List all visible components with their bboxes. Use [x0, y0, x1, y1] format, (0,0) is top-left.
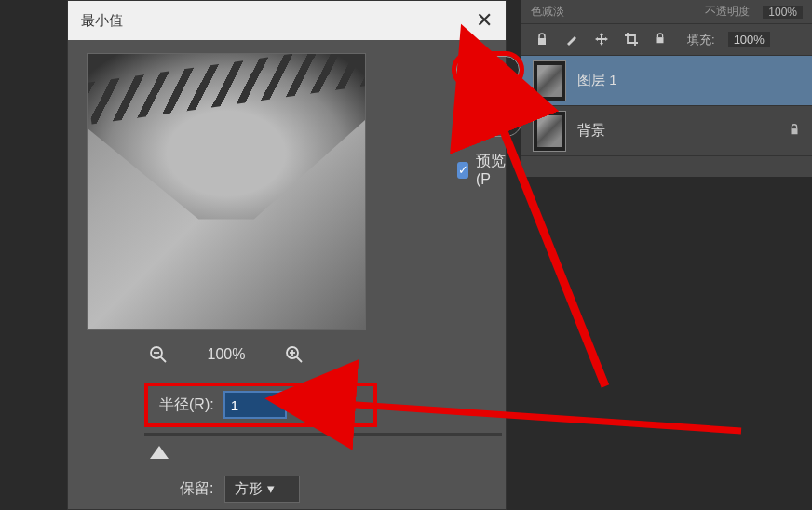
layer-name[interactable]: 图层 1 — [577, 72, 801, 89]
zoom-controls: 100% — [87, 338, 366, 371]
lock-icon[interactable] — [535, 32, 551, 48]
preview-image — [88, 54, 365, 329]
layers-toolbar: 填充: 100% — [521, 24, 812, 56]
blend-opacity-row: 色减淡 不透明度 100% — [521, 0, 812, 24]
lock-all-icon[interactable] — [654, 32, 670, 48]
layer-name[interactable]: 背景 — [577, 122, 777, 140]
filter-preview[interactable] — [87, 53, 366, 330]
svg-rect-1 — [657, 37, 664, 43]
checkbox-checked-icon[interactable]: ✓ — [457, 162, 468, 179]
layers-panel: 色减淡 不透明度 100% 填充: 100% 图层 1 背景 — [521, 0, 812, 177]
ok-button[interactable]: 确定 — [452, 51, 524, 88]
fill-value[interactable]: 100% — [728, 32, 770, 47]
move-icon[interactable] — [594, 32, 611, 48]
preserve-label: 保留: — [180, 479, 213, 499]
svg-rect-2 — [792, 128, 798, 134]
fill-label: 填充: — [687, 32, 715, 48]
svg-line-9 — [297, 357, 303, 363]
radius-unit: 像素 — [296, 396, 326, 415]
preserve-select[interactable]: 方形 ▾ — [224, 476, 299, 503]
zoom-in-icon[interactable] — [282, 342, 306, 367]
brush-icon[interactable] — [564, 32, 581, 48]
svg-rect-0 — [538, 38, 546, 45]
minimum-filter-dialog: 最小值 ✕ 100% 半径(R): 像素 保留: 方形 ▾ 确定 取消 ✓ 预览… — [67, 0, 507, 510]
close-icon[interactable]: ✕ — [476, 8, 493, 33]
chevron-down-icon: ▾ — [267, 480, 275, 496]
radius-slider-track[interactable] — [144, 433, 502, 436]
svg-line-5 — [161, 357, 167, 363]
layer-row[interactable]: 图层 1 — [521, 56, 812, 106]
layer-thumbnail — [533, 111, 566, 152]
preview-checkbox-label: 预览(P — [476, 152, 506, 188]
crop-icon[interactable] — [624, 32, 641, 48]
zoom-out-icon[interactable] — [146, 342, 170, 367]
cancel-button[interactable]: 取消 — [455, 103, 522, 137]
radius-field-group: 半径(R): 像素 — [144, 382, 377, 427]
layer-thumbnail — [533, 60, 566, 101]
opacity-value[interactable]: 100% — [763, 6, 803, 19]
radius-label: 半径(R): — [159, 396, 214, 415]
radius-input[interactable] — [223, 391, 287, 419]
opacity-label: 不透明度 — [705, 4, 750, 20]
lock-icon — [788, 123, 801, 139]
zoom-level: 100% — [198, 346, 254, 363]
dialog-title: 最小值 — [81, 12, 123, 30]
preserve-row: 保留: 方形 ▾ — [180, 476, 300, 503]
radius-slider-thumb[interactable] — [150, 446, 169, 459]
workspace-bg — [0, 0, 67, 510]
dialog-titlebar: 最小值 ✕ — [68, 1, 506, 40]
preview-checkbox-group[interactable]: ✓ 预览(P — [457, 152, 506, 188]
layer-row[interactable]: 背景 — [521, 106, 812, 156]
blend-mode-label: 色减淡 — [531, 4, 564, 20]
